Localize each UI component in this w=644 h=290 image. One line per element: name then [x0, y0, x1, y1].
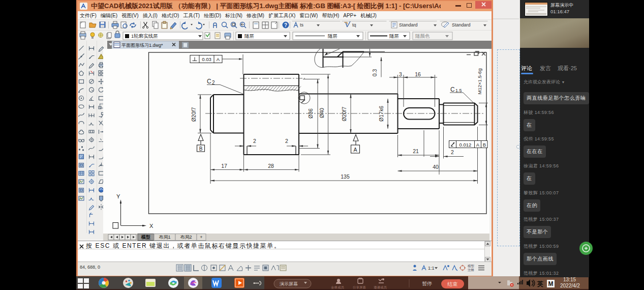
svg-text:2: 2 [253, 138, 256, 144]
svg-text:tq: tq [352, 22, 356, 27]
svg-text:平面图形练习1.dwg*: 平面图形练习1.dwg* [121, 43, 163, 48]
svg-text:28: 28 [268, 163, 274, 169]
svg-text:A: A [353, 147, 357, 153]
svg-text:2: 2 [451, 149, 454, 155]
svg-text:英: 英 [537, 280, 543, 287]
svg-text:B: B [483, 142, 486, 148]
svg-text:1轮廓实线层: 1轮廓实线层 [131, 33, 158, 39]
svg-text:布局2: 布局2 [180, 235, 192, 240]
svg-text:随颜色: 随颜色 [415, 33, 430, 39]
svg-text:Standard: Standard [399, 22, 418, 27]
svg-text:随层: 随层 [389, 33, 399, 39]
svg-text:C: C [450, 86, 455, 93]
svg-text:135: 135 [341, 173, 350, 180]
svg-text:0.03: 0.03 [202, 56, 211, 62]
svg-text:M: M [548, 280, 554, 287]
svg-text:随层: 随层 [328, 33, 338, 39]
svg-text:2022/4/2: 2022/4/2 [560, 283, 580, 288]
svg-text:随层: 随层 [244, 33, 254, 39]
svg-text:1:1: 1:1 [428, 266, 435, 271]
svg-text:16: 16 [415, 71, 421, 77]
svg-text:Ø20f7: Ø20f7 [191, 107, 197, 122]
svg-text:13:15: 13:15 [563, 277, 576, 282]
svg-text:17: 17 [221, 163, 227, 169]
svg-text:模型: 模型 [468, 264, 475, 268]
svg-text:X: X [149, 223, 154, 229]
svg-text:0.012: 0.012 [459, 142, 472, 148]
svg-text:2: 2 [212, 80, 215, 85]
svg-text:1.5: 1.5 [455, 88, 462, 93]
svg-text:Y: Y [116, 193, 120, 199]
svg-text:Ø36: Ø36 [308, 108, 314, 119]
svg-text:Ø20f7: Ø20f7 [341, 107, 347, 122]
svg-text:A: A [476, 142, 480, 148]
svg-text:结束: 结束 [447, 281, 457, 287]
svg-text:A: A [217, 56, 220, 62]
svg-text:21: 21 [413, 148, 419, 154]
svg-text:暂停: 暂停 [422, 281, 432, 286]
svg-text:M12×1.5-6g: M12×1.5-6g [477, 69, 482, 95]
svg-text:布局1: 布局1 [159, 235, 170, 240]
svg-text:ts: ts [300, 22, 304, 27]
svg-text:C: C [207, 78, 211, 85]
svg-text:Ø17k6: Ø17k6 [378, 106, 384, 122]
svg-text:3: 3 [399, 71, 402, 77]
svg-text:注释: 注释 [468, 268, 475, 272]
svg-text:0.3: 0.3 [372, 69, 378, 77]
svg-text:Standard: Standard [452, 22, 471, 27]
svg-text:模型: 模型 [141, 235, 150, 240]
svg-text:演示屏幕: 演示屏幕 [280, 281, 298, 286]
svg-text:2: 2 [285, 138, 288, 144]
svg-text:Ø40: Ø40 [319, 108, 325, 118]
svg-text:+: + [200, 235, 202, 240]
svg-text:40: 40 [433, 164, 439, 170]
svg-text:B: B [199, 146, 203, 152]
svg-text:?: ? [284, 22, 287, 28]
